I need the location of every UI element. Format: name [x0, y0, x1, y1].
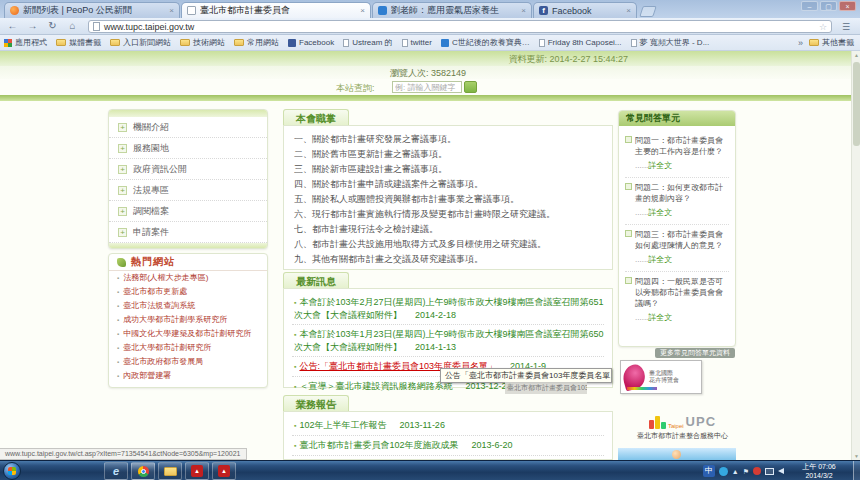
faq-body: 問題一：都市計畫委員會主要的工作內容是什麼？ ......詳全文 問題二：如何更… [619, 126, 735, 346]
hot-link-laws[interactable]: ▪臺北市法規查詢系統 [109, 299, 267, 313]
tab-blog[interactable]: 劉老師：應用靈氣居家養生 × [372, 2, 532, 18]
hot-link-udd[interactable]: ▪臺北市政府都市發展局 [109, 355, 267, 369]
tab-close-icon[interactable]: × [626, 6, 631, 15]
bookmark-folder-media[interactable]: 媒體書籤 [56, 37, 101, 48]
network-icon[interactable] [765, 468, 774, 475]
scroll-down-icon[interactable]: ▼ [852, 453, 860, 459]
search-input[interactable] [392, 81, 462, 93]
antivirus-icon[interactable] [753, 467, 761, 475]
read-more-label[interactable]: 詳全文 [648, 313, 672, 322]
faq-item: 問題四：一般民眾是否可以旁聽都市計畫委員會會議嗎？ ......詳全文 [625, 272, 729, 329]
faq-more-banner[interactable]: 更多常見問答單元資料 [655, 348, 735, 358]
news-item[interactable]: ▪本會訂於103年1月23日(星期四)上午9時假市政大樓9樓南區會議室召開第65… [292, 325, 604, 357]
bookmark-star-icon[interactable]: ☆ [819, 22, 827, 32]
tab-strip: 新聞列表 | PeoPo 公民新聞 × 臺北市都市計畫委員會 × 劉老師：應用靈… [0, 0, 860, 18]
hot-link-uro[interactable]: ▪臺北市都市更新處 [109, 285, 267, 299]
report-link[interactable]: 102年上半年工作報告 [299, 420, 386, 430]
sidebar-item-gov-info[interactable]: +政府資訊公開 [109, 159, 267, 180]
show-hidden-icons[interactable]: ▲ [732, 467, 739, 476]
scrollbar-thumb[interactable] [853, 62, 860, 146]
faq-more-link[interactable]: ......詳全文 [635, 160, 729, 171]
read-more-label[interactable]: 詳全文 [648, 255, 672, 264]
hot-link-moj[interactable]: ▪法務部(人權大步走專區) [109, 271, 267, 285]
report-item[interactable]: ▪102年上半年工作報告2013-11-26 [292, 416, 604, 436]
other-bookmarks[interactable]: 其他書籤 [809, 37, 854, 48]
report-date: 2013-11-26 [400, 420, 445, 430]
forward-icon[interactable]: → [24, 19, 41, 33]
faq-item: 問題一：都市計畫委員會主要的工作內容是什麼？ ......詳全文 [625, 131, 729, 178]
sea-banner[interactable] [618, 448, 736, 460]
faq-more-link[interactable]: ......詳全文 [635, 312, 729, 323]
browser-menu-icon[interactable]: ☰ [836, 20, 856, 33]
close-button[interactable]: × [839, 1, 856, 11]
taskbar-pdf-button-2[interactable]: ▲ [212, 462, 236, 480]
dots: ...... [635, 208, 648, 217]
bookmark-folder-tech[interactable]: 技術網站 [180, 37, 225, 48]
bookmark-folder-portal[interactable]: 入口新聞網站 [110, 37, 171, 48]
hot-link-cpa[interactable]: ▪內政部營建署 [109, 369, 267, 383]
green-divider [0, 95, 860, 101]
tab-peopo[interactable]: 新聞列表 | PeoPo 公民新聞 × [4, 2, 180, 18]
hot-link-ntpu[interactable]: ▪臺北大學都市計劃研究所 [109, 341, 267, 355]
page-scrollbar[interactable]: ▲ ▼ [851, 51, 860, 460]
news-link[interactable]: ＜宣導＞臺北市建設資訊服務網路系統 [299, 381, 452, 391]
new-tab-button[interactable] [639, 6, 657, 17]
hot-link-pccu[interactable]: ▪中國文化大學建築及都市計劃研究所 [109, 327, 267, 341]
address-bar[interactable]: www.tupc.taipei.gov.tw ☆ [88, 20, 832, 33]
sidebar-item-label: 服務園地 [133, 142, 169, 155]
taskbar-pdf-button[interactable]: ▲ [185, 462, 209, 480]
bookmark-facebook[interactable]: Facebook [288, 38, 334, 47]
sidebar-item-about[interactable]: +機關介紹 [109, 117, 267, 138]
read-more-label[interactable]: 詳全文 [648, 208, 672, 217]
taskbar-ie-button[interactable]: e [104, 462, 128, 480]
bookmark-friday[interactable]: Friday 8th Caposei... [539, 38, 622, 47]
sidebar-item-service[interactable]: +服務園地 [109, 138, 267, 159]
sidebar-item-regulations[interactable]: +法規專區 [109, 180, 267, 201]
ime-language-icon[interactable]: 中 [703, 465, 715, 477]
bookmark-twitter[interactable]: twitter [402, 38, 432, 47]
show-desktop-button[interactable] [853, 461, 860, 480]
bookmark-ustream[interactable]: Ustream 的 [343, 37, 392, 48]
minimize-button[interactable]: – [801, 1, 818, 11]
taskbar-explorer-button[interactable] [158, 462, 182, 480]
bookmarks-overflow-icon[interactable]: » [798, 38, 803, 48]
sidebar-item-applications[interactable]: +申請案件 [109, 222, 267, 243]
news-item[interactable]: ▪本會訂於103年2月27日(星期四)上午9時假市政大樓9樓南區會議室召開第65… [292, 293, 604, 325]
tray-app-icon[interactable] [719, 467, 728, 476]
taskbar-chrome-button[interactable] [131, 462, 155, 480]
tab-close-icon[interactable]: × [360, 6, 365, 15]
tray-clock[interactable]: 上午 07:06 2014/3/2 [790, 462, 848, 480]
tupc-center-banner[interactable]: Taipei UPC 臺北市都市計畫整合服務中心 [630, 413, 735, 445]
news-date: 2014-2-18 [415, 310, 456, 320]
start-button[interactable] [3, 462, 21, 480]
maximize-button[interactable]: ▢ [820, 1, 837, 11]
bookmark-apps[interactable]: 應用程式 [4, 37, 47, 48]
tab-tupc[interactable]: 臺北市都市計畫委員會 × [181, 2, 371, 18]
faq-more-link[interactable]: ......詳全文 [635, 207, 729, 218]
hot-link-ncku[interactable]: ▪成功大學都市計劃學系研究所 [109, 313, 267, 327]
tab-close-icon[interactable]: × [521, 6, 526, 15]
back-icon[interactable]: ← [4, 19, 21, 33]
sidebar-item-archives[interactable]: +調閱檔案 [109, 201, 267, 222]
tab-facebook[interactable]: f Facebook × [533, 2, 637, 18]
bookmark-label: 技術網站 [193, 37, 225, 48]
scroll-up-icon[interactable]: ▲ [852, 52, 860, 58]
faq-more-link[interactable]: ......詳全文 [635, 254, 729, 265]
search-go-button[interactable] [464, 81, 477, 93]
report-item[interactable]: ▪臺北市都市計畫委員會102年度施政成果2013-6-20 [292, 436, 604, 456]
bookmark-dream[interactable]: 夢 寬頻大世界 - D... [631, 37, 710, 48]
bookmark-label: 入口新聞網站 [123, 37, 171, 48]
home-icon[interactable]: ⌂ [64, 19, 81, 33]
read-more-label[interactable]: 詳全文 [648, 161, 672, 170]
tab-close-icon[interactable]: × [169, 6, 174, 15]
action-center-flag-icon[interactable]: ⚑ [743, 467, 749, 476]
report-link[interactable]: 臺北市都市計畫委員會102年度施政成果 [299, 440, 458, 450]
flora-expo-banner[interactable]: 臺北國際 花卉博覽會 [620, 360, 702, 394]
address-url[interactable]: www.tupc.taipei.gov.tw [104, 22, 819, 32]
tab-title: 新聞列表 | PeoPo 公民新聞 [23, 4, 165, 17]
reload-icon[interactable]: ↻ [44, 19, 61, 33]
folder-icon [180, 39, 190, 46]
bookmark-site[interactable]: C世紀後的教養寶典… [441, 37, 530, 48]
volume-icon[interactable] [778, 468, 784, 474]
bookmark-folder-frequent[interactable]: 常用網站 [234, 37, 279, 48]
